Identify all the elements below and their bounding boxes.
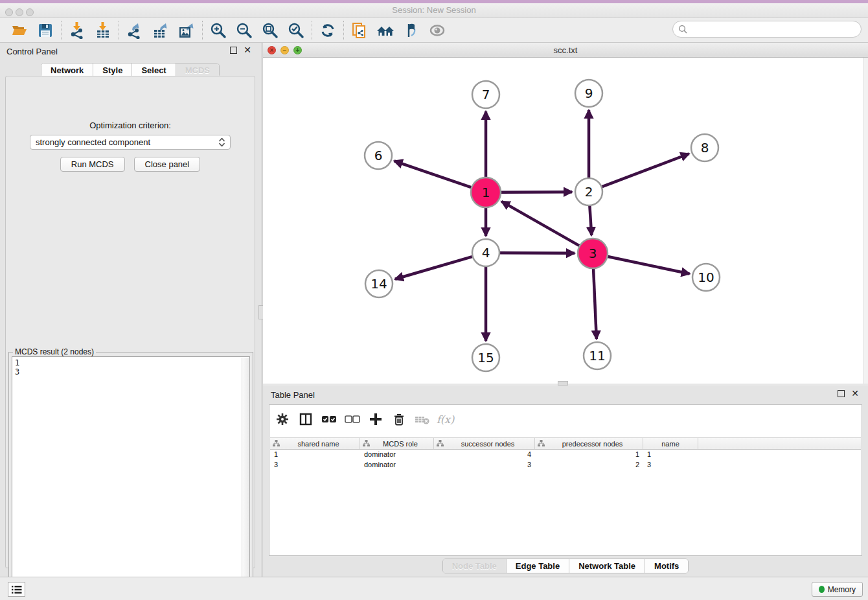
graph-edge-2-8[interactable] bbox=[602, 154, 689, 187]
search-field[interactable] bbox=[672, 21, 862, 38]
export-table-icon bbox=[152, 22, 169, 39]
graph-node-14[interactable]: 14 bbox=[365, 270, 393, 297]
node-label: 8 bbox=[701, 140, 709, 156]
toolbar-separator bbox=[61, 21, 62, 40]
save-session-button[interactable] bbox=[32, 20, 58, 41]
close-panel-icon[interactable]: ✕ bbox=[244, 47, 251, 54]
window-title: Session: New Session bbox=[0, 5, 868, 15]
add-column-button[interactable] bbox=[365, 410, 386, 429]
criterion-dropdown[interactable]: strongly connected component bbox=[30, 135, 231, 150]
graph-edge-3-1[interactable] bbox=[501, 202, 579, 246]
import-network-button[interactable] bbox=[64, 20, 90, 41]
tab-edge-table[interactable]: Edge Table bbox=[507, 559, 569, 573]
tab-select[interactable]: Select bbox=[132, 63, 176, 77]
open-session-button[interactable] bbox=[6, 20, 32, 41]
graph-node-2[interactable]: 2 bbox=[575, 178, 602, 205]
graph-node-10[interactable]: 10 bbox=[692, 264, 720, 291]
graph-node-15[interactable]: 15 bbox=[472, 344, 499, 371]
network-overview-button[interactable] bbox=[347, 20, 372, 41]
flag-button[interactable] bbox=[398, 20, 424, 41]
column-header-name[interactable]: name bbox=[643, 438, 698, 449]
tab-mcds[interactable]: MCDS bbox=[176, 63, 219, 77]
column-header-successor-nodes[interactable]: successor nodes bbox=[434, 438, 535, 449]
control-panel: Control Panel ✕ NetworkStyleSelectMCDS O… bbox=[0, 43, 260, 577]
graph-node-4[interactable]: 4 bbox=[472, 239, 499, 266]
graph-edge-1-2[interactable] bbox=[501, 192, 572, 192]
close-panel-button[interactable]: Close panel bbox=[134, 157, 201, 172]
node-label: 4 bbox=[482, 245, 490, 260]
export-image-button[interactable] bbox=[174, 20, 200, 41]
graph-edge-1-6[interactable] bbox=[394, 161, 472, 187]
memory-button[interactable]: Memory bbox=[812, 582, 863, 597]
column-header-MCDS-role[interactable]: MCDS role bbox=[360, 438, 434, 449]
export-network-icon bbox=[126, 22, 143, 39]
zoom-fit-button[interactable] bbox=[257, 20, 283, 41]
table-row[interactable]: 3dominator323 bbox=[270, 460, 861, 470]
zoom-selected-button[interactable] bbox=[283, 20, 309, 41]
network-canvas[interactable]: 7968124314101511 bbox=[263, 58, 868, 384]
zoom-out-button[interactable] bbox=[231, 20, 257, 41]
graph-node-6[interactable]: 6 bbox=[365, 142, 392, 169]
memory-status-icon bbox=[819, 586, 825, 593]
tab-motifs[interactable]: Motifs bbox=[645, 559, 688, 573]
table-cell: 4 bbox=[434, 450, 535, 459]
graph-node-9[interactable]: 9 bbox=[575, 80, 602, 107]
network-splitter-handle[interactable] bbox=[558, 381, 568, 386]
tab-network-table[interactable]: Network Table bbox=[569, 559, 645, 573]
toolbar-separator bbox=[119, 21, 119, 40]
export-table-button[interactable] bbox=[148, 20, 174, 41]
node-label: 7 bbox=[482, 87, 490, 102]
column-header-predecessor-nodes[interactable]: predecessor nodes bbox=[535, 438, 643, 449]
table-panel-title: Table Panel bbox=[271, 390, 315, 400]
deselect-all-button[interactable] bbox=[342, 410, 363, 429]
scrollbar-track[interactable] bbox=[242, 358, 249, 594]
tab-style[interactable]: Style bbox=[93, 63, 132, 77]
home-button[interactable] bbox=[372, 20, 398, 41]
graph-edge-4-3[interactable] bbox=[500, 253, 575, 253]
graph-edge-4-14[interactable] bbox=[395, 257, 472, 279]
table-settings-button[interactable] bbox=[272, 410, 293, 429]
mcds-result-text[interactable]: 1 3 bbox=[12, 356, 250, 595]
import-network-icon bbox=[69, 22, 86, 39]
tab-network[interactable]: Network bbox=[41, 63, 93, 77]
delete-icon bbox=[392, 412, 406, 426]
table-row[interactable]: 1dominator411 bbox=[270, 450, 861, 460]
import-table-button[interactable] bbox=[90, 20, 116, 41]
zoom-in-icon bbox=[210, 22, 227, 39]
graph-node-11[interactable]: 11 bbox=[584, 342, 611, 369]
network-scrollbar[interactable] bbox=[863, 58, 868, 384]
graph-edge-2-3[interactable] bbox=[589, 206, 591, 235]
zoom-in-button[interactable] bbox=[205, 20, 231, 41]
node-label: 2 bbox=[585, 184, 593, 200]
table-body: 1dominator4113dominator323 bbox=[270, 450, 861, 470]
chevron-up-down-icon bbox=[219, 138, 225, 146]
column-header-shared-name[interactable]: shared name bbox=[270, 438, 360, 449]
search-icon bbox=[678, 25, 688, 34]
run-mcds-button[interactable]: Run MCDS bbox=[60, 157, 125, 172]
tab-node-table[interactable]: Node Table bbox=[443, 559, 507, 573]
delete-button[interactable] bbox=[389, 410, 409, 429]
mcds-result-title: MCDS result (2 nodes) bbox=[13, 347, 96, 356]
show-column-panel-button[interactable] bbox=[295, 410, 316, 429]
graph-edge-3-11[interactable] bbox=[593, 269, 597, 339]
attribute-tree-icon bbox=[538, 440, 545, 447]
table-cell: 2 bbox=[535, 460, 643, 470]
search-input[interactable] bbox=[688, 25, 850, 34]
graph-node-3[interactable]: 3 bbox=[578, 238, 608, 268]
graph-node-1[interactable]: 1 bbox=[471, 178, 501, 207]
table-cell: 3 bbox=[270, 460, 360, 470]
table-cell: 3 bbox=[643, 460, 698, 470]
close-panel-icon[interactable]: ✕ bbox=[851, 390, 859, 397]
select-all-button[interactable] bbox=[319, 410, 339, 429]
task-history-button[interactable] bbox=[8, 582, 25, 597]
float-panel-icon[interactable] bbox=[838, 390, 845, 397]
refresh-button[interactable] bbox=[315, 20, 341, 41]
network-window-titlebar[interactable]: × − + scc.txt bbox=[263, 43, 868, 58]
node-label: 1 bbox=[482, 185, 490, 200]
eye-button[interactable] bbox=[424, 20, 450, 41]
graph-node-7[interactable]: 7 bbox=[472, 81, 499, 108]
float-panel-icon[interactable] bbox=[230, 47, 237, 54]
graph-node-8[interactable]: 8 bbox=[691, 134, 718, 161]
export-network-button[interactable] bbox=[122, 20, 148, 41]
graph-edge-3-10[interactable] bbox=[608, 257, 689, 274]
